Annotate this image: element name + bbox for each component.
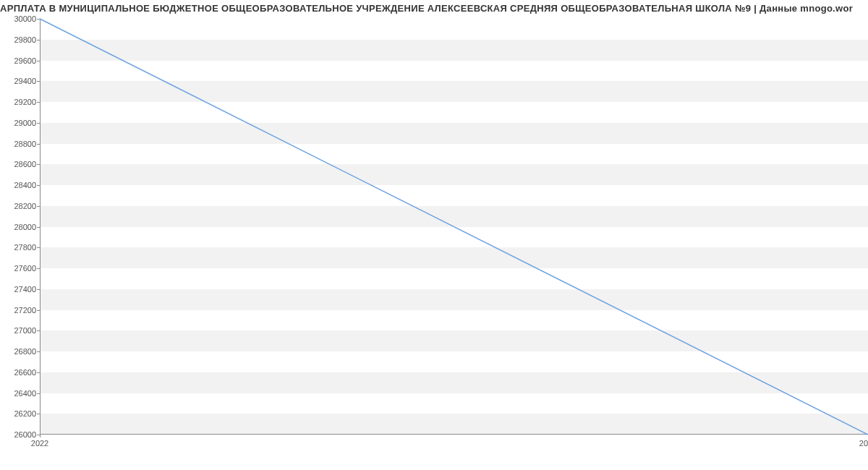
y-tick-mark [37, 61, 40, 61]
y-tick-label: 28200 [4, 202, 36, 210]
y-tick-label: 26000 [4, 430, 36, 439]
y-tick-label: 27200 [4, 306, 36, 315]
y-tick-mark [37, 310, 40, 311]
y-tick-label: 27400 [4, 285, 36, 294]
y-tick-mark [37, 414, 40, 414]
y-tick-mark [37, 372, 40, 373]
y-tick-mark [37, 330, 40, 331]
y-tick-mark [37, 40, 40, 40]
y-tick-mark [37, 81, 40, 82]
y-tick-label: 28400 [4, 181, 36, 189]
y-tick-mark [37, 289, 40, 290]
y-tick-label: 28800 [4, 140, 36, 148]
y-tick-mark [37, 247, 40, 248]
plot-area [40, 19, 868, 435]
y-tick-mark [37, 164, 40, 165]
y-tick-label: 29200 [4, 98, 36, 106]
chart-title: АРПЛАТА В МУНИЦИПАЛЬНОЕ БЮДЖЕТНОЕ ОБЩЕОБ… [0, 3, 868, 14]
x-tick-label: 2022 [31, 439, 48, 448]
y-tick-mark [37, 102, 40, 103]
x-tick-mark [40, 435, 41, 437]
y-tick-label: 30000 [4, 14, 36, 23]
y-tick-mark [37, 351, 40, 352]
y-tick-label: 27800 [4, 243, 36, 252]
y-tick-mark [37, 393, 40, 394]
y-tick-label: 26200 [4, 409, 36, 418]
y-tick-mark [37, 144, 40, 145]
y-tick-label: 26800 [4, 347, 36, 356]
chart-container: АРПЛАТА В МУНИЦИПАЛЬНОЕ БЮДЖЕТНОЕ ОБЩЕОБ… [0, 0, 868, 470]
y-tick-label: 27600 [4, 264, 36, 273]
y-tick-label: 27000 [4, 326, 36, 335]
y-tick-mark [37, 19, 40, 20]
y-tick-mark [37, 123, 40, 124]
x-tick-label: 2023 [859, 439, 868, 448]
y-tick-mark [37, 227, 40, 228]
y-tick-mark [37, 185, 40, 186]
y-tick-label: 29800 [4, 35, 36, 44]
chart-line [40, 19, 868, 435]
y-tick-label: 26600 [4, 368, 36, 377]
y-tick-mark [37, 206, 40, 207]
y-tick-label: 29000 [4, 119, 36, 127]
y-tick-label: 26400 [4, 389, 36, 398]
y-tick-mark [37, 268, 40, 269]
y-tick-label: 29400 [4, 77, 36, 85]
y-tick-label: 29600 [4, 56, 36, 65]
y-tick-label: 28000 [4, 223, 36, 231]
y-tick-label: 28600 [4, 160, 36, 168]
